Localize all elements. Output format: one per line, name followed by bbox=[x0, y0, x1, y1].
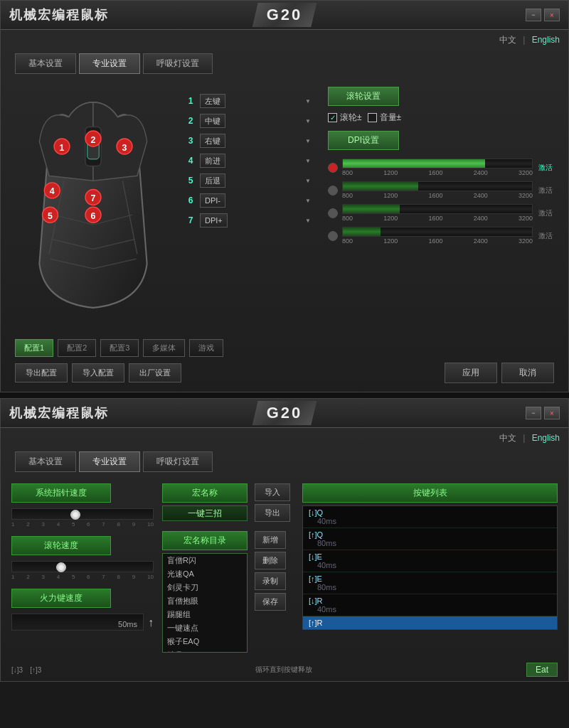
svg-text:6: 6 bbox=[91, 211, 96, 221]
close-button-2[interactable]: × bbox=[544, 407, 560, 419]
macro-item-1[interactable]: 盲僧R闪 bbox=[163, 554, 247, 567]
btn-dropdown-1[interactable]: 左键 bbox=[200, 94, 314, 108]
key-item-5[interactable]: [↓]R40ms bbox=[303, 594, 557, 616]
btn-dropdown-3[interactable]: 右键 bbox=[200, 134, 314, 148]
btn-dropdown-5[interactable]: 后退 bbox=[200, 173, 314, 188]
macro-add-btn[interactable]: 新增 bbox=[255, 531, 286, 549]
macro-export-btn[interactable]: 导出 bbox=[255, 504, 290, 522]
key-item-3[interactable]: [↓]E40ms bbox=[303, 550, 557, 572]
dpi-bar-section-1: 8001200160024003200 激活 80012001600240032… bbox=[328, 159, 554, 245]
macro-save-btn[interactable]: 保存 bbox=[255, 593, 286, 611]
tabs-bar-1: 基本设置 专业设置 呼吸灯设置 bbox=[1, 48, 568, 80]
settings-section-1: 滚轮设置 滚轮± 音量± DPI设置 bbox=[328, 87, 554, 323]
scroll-option-1[interactable]: 滚轮± bbox=[328, 112, 362, 124]
tabs-bar-2: 基本设置 专业设置 呼吸灯设置 bbox=[1, 446, 568, 478]
dpi-track-2 bbox=[342, 181, 533, 191]
btn-dropdown-4[interactable]: 前进 bbox=[200, 154, 314, 168]
btn-select-5[interactable]: 后退 bbox=[200, 173, 225, 188]
btn-select-4[interactable]: 前进 bbox=[200, 154, 225, 168]
scroll-option-2[interactable]: 音量± bbox=[368, 112, 402, 124]
eat-label[interactable]: Eat bbox=[526, 663, 558, 677]
dpi-activate-2[interactable]: 激活 bbox=[537, 186, 554, 196]
minimize-button-2[interactable]: － bbox=[526, 407, 541, 419]
dpi-slider-1[interactable]: 8001200160024003200 bbox=[342, 159, 533, 177]
macro-item-2[interactable]: 光速QA bbox=[163, 567, 247, 581]
btn-select-7[interactable]: DPI+ bbox=[200, 213, 228, 228]
btn-select-2[interactable]: 中键 bbox=[200, 114, 225, 128]
btn-num-3: 3 bbox=[186, 136, 196, 146]
mid-panel-2: 宏名称 导入 导出 宏名称目录 盲僧R闪 光速QA 剑灵卡刀 盲僧抱眼 踢 bbox=[162, 483, 294, 653]
btn-row-1: 1 左键 bbox=[186, 94, 314, 108]
dpi-slider-4[interactable]: 8001200160024003200 bbox=[342, 227, 533, 245]
dpi-activate-4[interactable]: 激活 bbox=[537, 231, 554, 241]
macro-name-input[interactable] bbox=[162, 505, 248, 521]
system-speed-thumb[interactable] bbox=[70, 510, 80, 520]
macro-record-btn[interactable]: 录制 bbox=[255, 572, 286, 590]
dpi-settings-title-1[interactable]: DPI设置 bbox=[328, 131, 399, 150]
app-title-1: 机械宏编程鼠标 bbox=[9, 6, 109, 23]
key-list-box[interactable]: [↓]Q40ms [↑]Q80ms [↓]E40ms [↑]E80ms [↓]R… bbox=[302, 505, 558, 630]
lang-chinese-1[interactable]: 中文 bbox=[499, 35, 516, 45]
tab-basic-settings-1[interactable]: 基本设置 bbox=[15, 53, 76, 74]
profile-btn-game[interactable]: 游戏 bbox=[189, 339, 223, 357]
import-btn-1[interactable]: 导入配置 bbox=[72, 363, 124, 382]
bottom-loop-text: 循环直到按键释放 bbox=[41, 665, 526, 675]
fire-speed-slider[interactable]: 50ms bbox=[11, 614, 144, 631]
apply-btn-1[interactable]: 应用 bbox=[445, 363, 497, 383]
fire-speed-arrow[interactable]: ↑ bbox=[148, 616, 154, 629]
tab-pro-settings-1[interactable]: 专业设置 bbox=[79, 53, 140, 74]
lang-english-1[interactable]: English bbox=[532, 35, 560, 45]
macro-list-box[interactable]: 盲僧R闪 光速QA 剑灵卡刀 盲僧抱眼 踢腿组 一键速点 猴子EAQ 皓月QR … bbox=[162, 553, 248, 653]
scroll-cb-1[interactable] bbox=[328, 113, 337, 122]
dpi-slider-3[interactable]: 8001200160024003200 bbox=[342, 204, 533, 223]
tab-breathing-2[interactable]: 呼吸灯设置 bbox=[143, 451, 213, 472]
profile-btn-multimedia[interactable]: 多媒体 bbox=[143, 339, 185, 357]
profile-btn-3[interactable]: 配置3 bbox=[100, 339, 139, 357]
dpi-fill-2 bbox=[343, 182, 418, 191]
macro-item-7[interactable]: 猴子EAQ bbox=[163, 635, 247, 648]
macro-item-8[interactable]: 皓月QR bbox=[163, 648, 247, 653]
lang-chinese-2[interactable]: 中文 bbox=[499, 433, 516, 443]
dpi-activate-3[interactable]: 激活 bbox=[537, 208, 554, 218]
minimize-button-1[interactable]: － bbox=[526, 9, 541, 21]
svg-text:4: 4 bbox=[50, 186, 55, 196]
profile-btn-1[interactable]: 配置1 bbox=[15, 339, 53, 357]
btn-dropdown-6[interactable]: DPI- bbox=[200, 193, 314, 208]
cancel-btn-1[interactable]: 取消 bbox=[501, 363, 554, 383]
tab-basic-settings-2[interactable]: 基本设置 bbox=[15, 451, 76, 472]
dpi-activate-1[interactable]: 激活 bbox=[537, 163, 554, 173]
export-btn-1[interactable]: 导出配置 bbox=[15, 363, 68, 382]
profile-btn-2[interactable]: 配置2 bbox=[58, 339, 96, 357]
scroll-speed-slider[interactable] bbox=[11, 561, 154, 572]
key-item-2[interactable]: [↑]Q80ms bbox=[303, 528, 557, 550]
btn-select-6[interactable]: DPI- bbox=[200, 193, 225, 208]
macro-name-col: 宏名称 bbox=[162, 483, 248, 527]
key-item-1[interactable]: [↓]Q40ms bbox=[303, 506, 557, 528]
macro-list-title: 宏名称目录 bbox=[162, 531, 248, 550]
macro-item-5[interactable]: 踢腿组 bbox=[163, 608, 247, 621]
lang-selector-1: 中文 | English bbox=[1, 30, 568, 48]
tab-breathing-1[interactable]: 呼吸灯设置 bbox=[143, 53, 213, 74]
macro-import-btn[interactable]: 导入 bbox=[255, 483, 290, 501]
dpi-row-1: 8001200160024003200 激活 bbox=[328, 159, 554, 177]
btn-num-1: 1 bbox=[186, 96, 196, 106]
factory-btn-1[interactable]: 出厂设置 bbox=[129, 363, 181, 382]
btn-select-1[interactable]: 左键 bbox=[200, 94, 225, 108]
dpi-slider-2[interactable]: 8001200160024003200 bbox=[342, 181, 533, 200]
scroll-speed-thumb[interactable] bbox=[56, 562, 66, 572]
tab-pro-settings-2[interactable]: 专业设置 bbox=[79, 451, 140, 472]
btn-dropdown-7[interactable]: DPI+ bbox=[200, 213, 314, 228]
key-item-4[interactable]: [↑]E80ms bbox=[303, 572, 557, 594]
macro-item-6[interactable]: 一键速点 bbox=[163, 621, 247, 635]
key-item-6[interactable]: [↑]R bbox=[303, 616, 557, 630]
macro-delete-btn[interactable]: 删除 bbox=[255, 552, 286, 569]
system-speed-slider[interactable] bbox=[11, 508, 154, 520]
scroll-cb-2[interactable] bbox=[368, 113, 377, 122]
btn-dropdown-2[interactable]: 中键 bbox=[200, 114, 314, 128]
macro-item-3[interactable]: 剑灵卡刀 bbox=[163, 581, 247, 594]
close-button-1[interactable]: × bbox=[544, 9, 560, 21]
btn-select-3[interactable]: 右键 bbox=[200, 134, 225, 148]
lang-english-2[interactable]: English bbox=[532, 433, 560, 443]
scroll-settings-title-1[interactable]: 滚轮设置 bbox=[328, 87, 399, 106]
macro-item-4[interactable]: 盲僧抱眼 bbox=[163, 594, 247, 608]
